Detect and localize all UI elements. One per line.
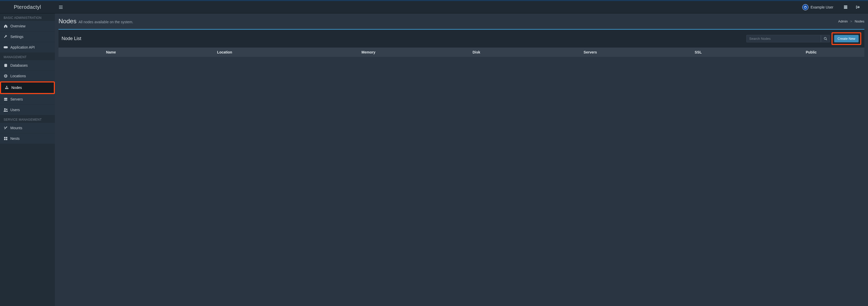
th-large-icon — [4, 137, 8, 140]
users-icon — [4, 108, 8, 112]
logout-button[interactable] — [853, 5, 863, 9]
sidebar-item-mounts[interactable]: Mounts — [0, 123, 55, 133]
sidebar-section-service: SERVICE MANAGEMENT — [0, 115, 55, 123]
table-col-ssl: SSL — [694, 50, 806, 54]
svg-rect-2 — [59, 8, 63, 9]
sidebar-item-users[interactable]: Users — [0, 105, 55, 115]
svg-rect-18 — [4, 100, 7, 101]
svg-rect-16 — [7, 89, 8, 89]
svg-rect-24 — [6, 139, 7, 140]
breadcrumb-separator: > — [850, 20, 852, 23]
table-col-disk: Disk — [472, 50, 584, 54]
table-col-location: Location — [217, 50, 362, 54]
table-col-public: Public — [806, 50, 861, 54]
page-title: Nodes — [59, 18, 76, 25]
username-label[interactable]: Example User — [810, 5, 833, 9]
svg-rect-23 — [4, 139, 5, 140]
svg-rect-13 — [6, 86, 7, 87]
sidebar-item-label: Users — [10, 108, 20, 112]
sidebar-item-overview[interactable]: Overview — [0, 21, 55, 31]
sidebar-section-basic: BASIC ADMINISTRATION — [0, 13, 55, 21]
svg-point-19 — [4, 108, 6, 110]
breadcrumb: Admin > Nodes — [838, 20, 864, 23]
sidebar-item-nodes[interactable]: Nodes — [1, 82, 54, 93]
sidebar-item-label: Overview — [10, 24, 25, 28]
svg-point-20 — [6, 109, 7, 110]
database-icon — [4, 64, 8, 67]
svg-rect-14 — [5, 89, 6, 89]
highlight-nodes: Nodes — [0, 81, 55, 94]
sidebar-item-label: Settings — [10, 35, 24, 39]
table-col-blank — [62, 50, 106, 54]
server-list-button[interactable] — [841, 5, 851, 9]
sidebar-item-api[interactable]: Application API — [0, 42, 55, 53]
sign-out-icon — [856, 5, 860, 9]
sidebar-item-label: Nests — [10, 136, 20, 141]
top-header: Pterodactyl Example User — [0, 1, 868, 13]
table-col-name: Name — [106, 50, 217, 54]
sidebar-item-label: Mounts — [10, 126, 22, 130]
home-icon — [4, 24, 8, 28]
server-icon — [844, 5, 847, 9]
globe-icon — [4, 74, 8, 78]
sitemap-icon — [5, 86, 9, 90]
sidebar-item-label: Databases — [10, 63, 28, 67]
box-title: Node List — [62, 36, 81, 41]
gamepad-icon — [4, 46, 8, 49]
svg-rect-22 — [6, 137, 7, 138]
svg-point-9 — [4, 64, 7, 65]
svg-rect-5 — [844, 5, 847, 6]
breadcrumb-current: Nodes — [855, 20, 864, 23]
user-avatar[interactable] — [802, 4, 808, 10]
sidebar-section-management: MANAGEMENT — [0, 53, 55, 60]
sidebar-item-settings[interactable]: Settings — [0, 32, 55, 42]
sidebar-item-label: Application API — [10, 45, 35, 49]
sidebar-nav: BASIC ADMINISTRATION Overview Settings A… — [0, 13, 55, 306]
svg-rect-6 — [844, 7, 847, 8]
svg-rect-7 — [844, 8, 847, 9]
svg-rect-17 — [4, 98, 7, 99]
svg-rect-0 — [59, 6, 63, 6]
svg-point-25 — [824, 37, 826, 39]
sidebar-item-databases[interactable]: Databases — [0, 60, 55, 71]
table-header-row: Name Location Memory Disk Servers SSL Pu… — [59, 47, 864, 57]
magic-icon — [4, 126, 8, 130]
main-content: Nodes All nodes available on the system.… — [55, 13, 868, 306]
sidebar-item-servers[interactable]: Servers — [0, 94, 55, 104]
sidebar-item-label: Locations — [10, 74, 26, 78]
sidebar-item-label: Nodes — [11, 86, 22, 90]
sidebar-item-label: Servers — [10, 97, 23, 101]
svg-rect-15 — [6, 89, 7, 89]
sidebar-item-nests[interactable]: Nests — [0, 133, 55, 144]
sidebar-item-locations[interactable]: Locations — [0, 71, 55, 81]
page-subtitle: All nodes available on the system. — [79, 20, 133, 24]
table-col-servers: Servers — [584, 50, 694, 54]
highlight-create-new: Create New — [832, 32, 861, 45]
svg-line-26 — [826, 39, 827, 40]
table-col-memory: Memory — [362, 50, 472, 54]
node-list-box: Node List Create New Name Locatio — [59, 29, 864, 57]
bars-icon — [59, 5, 63, 9]
create-new-button[interactable]: Create New — [834, 35, 859, 42]
power-icon — [804, 6, 807, 9]
svg-rect-21 — [4, 137, 5, 138]
svg-rect-1 — [59, 7, 63, 7]
svg-rect-8 — [4, 46, 8, 48]
sidebar-toggle-button[interactable] — [55, 5, 67, 9]
wrench-icon — [4, 35, 8, 38]
breadcrumb-root[interactable]: Admin — [838, 20, 848, 23]
brand-logo[interactable]: Pterodactyl — [0, 4, 55, 10]
search-button[interactable] — [821, 35, 830, 42]
search-input[interactable] — [746, 35, 821, 42]
search-icon — [824, 37, 827, 40]
server-icon — [4, 97, 8, 101]
